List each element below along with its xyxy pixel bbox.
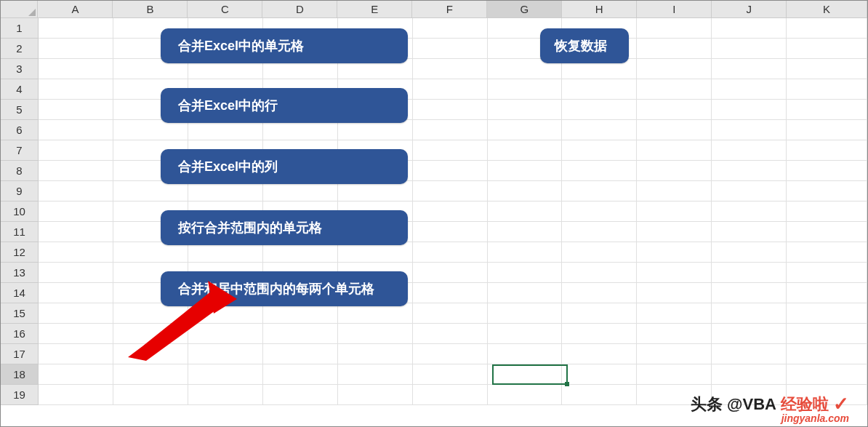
cell-F6[interactable]: [413, 120, 488, 140]
cell-B18[interactable]: [113, 364, 188, 385]
cell-J4[interactable]: [712, 79, 787, 100]
cell-J14[interactable]: [712, 283, 787, 303]
cell-G18[interactable]: [488, 364, 563, 385]
cell-H13[interactable]: [562, 263, 637, 283]
row-header-14[interactable]: 14: [1, 283, 39, 303]
cell-B17[interactable]: [113, 344, 188, 364]
cell-A16[interactable]: [39, 324, 113, 344]
row-header-17[interactable]: 17: [1, 344, 39, 364]
cell-I9[interactable]: [637, 181, 712, 201]
cell-H14[interactable]: [562, 283, 637, 303]
row-header-11[interactable]: 11: [1, 222, 39, 242]
cell-K17[interactable]: [787, 344, 867, 364]
cell-H5[interactable]: [562, 100, 637, 120]
cell-E12[interactable]: [338, 242, 413, 263]
cell-B12[interactable]: [113, 242, 188, 263]
cell-I11[interactable]: [637, 222, 712, 242]
row-header-12[interactable]: 12: [1, 242, 39, 263]
cell-E19[interactable]: [338, 385, 413, 405]
cell-F7[interactable]: [413, 140, 488, 161]
cell-G8[interactable]: [488, 161, 563, 181]
col-header-J[interactable]: J: [712, 1, 787, 18]
cell-A17[interactable]: [39, 344, 113, 364]
cell-E17[interactable]: [338, 344, 413, 364]
cell-J6[interactable]: [712, 120, 787, 140]
row-header-18[interactable]: 18: [1, 364, 39, 385]
cell-I17[interactable]: [637, 344, 712, 364]
cell-J17[interactable]: [712, 344, 787, 364]
cell-E16[interactable]: [338, 324, 413, 344]
cell-A19[interactable]: [39, 385, 113, 405]
cell-I16[interactable]: [637, 324, 712, 344]
cell-F9[interactable]: [413, 181, 488, 201]
cell-K7[interactable]: [787, 140, 867, 161]
cell-I6[interactable]: [637, 120, 712, 140]
cell-H9[interactable]: [562, 181, 637, 201]
row-header-15[interactable]: 15: [1, 303, 39, 324]
restore-data-button[interactable]: 恢复数据: [540, 28, 629, 63]
cell-J3[interactable]: [712, 59, 787, 79]
cell-I5[interactable]: [637, 100, 712, 120]
merge-cols-button[interactable]: 合并Excel中的列: [161, 149, 408, 184]
cell-J5[interactable]: [712, 100, 787, 120]
cell-G17[interactable]: [488, 344, 563, 364]
cell-D6[interactable]: [263, 120, 338, 140]
cell-C9[interactable]: [188, 181, 263, 201]
cell-H11[interactable]: [562, 222, 637, 242]
cell-I2[interactable]: [637, 39, 712, 59]
col-header-H[interactable]: H: [562, 1, 637, 18]
cell-E15[interactable]: [338, 303, 413, 324]
merge-rows-button[interactable]: 合并Excel中的行: [161, 88, 408, 123]
cell-B16[interactable]: [113, 324, 188, 344]
cell-A2[interactable]: [39, 39, 113, 59]
cell-D18[interactable]: [263, 364, 338, 385]
cell-I10[interactable]: [637, 201, 712, 222]
cell-H16[interactable]: [562, 324, 637, 344]
cell-F15[interactable]: [413, 303, 488, 324]
cell-K11[interactable]: [787, 222, 867, 242]
cell-H15[interactable]: [562, 303, 637, 324]
cell-A9[interactable]: [39, 181, 113, 201]
cell-C19[interactable]: [188, 385, 263, 405]
cell-F10[interactable]: [413, 201, 488, 222]
row-header-2[interactable]: 2: [1, 39, 39, 59]
cell-C6[interactable]: [188, 120, 263, 140]
col-header-C[interactable]: C: [188, 1, 262, 18]
cell-D17[interactable]: [263, 344, 338, 364]
cell-K12[interactable]: [787, 242, 867, 263]
cell-G11[interactable]: [488, 222, 563, 242]
cell-D12[interactable]: [263, 242, 338, 263]
cell-F18[interactable]: [413, 364, 488, 385]
merge-range-by-row-button[interactable]: 按行合并范围内的单元格: [161, 210, 408, 245]
cell-J11[interactable]: [712, 222, 787, 242]
cell-A12[interactable]: [39, 242, 113, 263]
cell-I4[interactable]: [637, 79, 712, 100]
cell-H4[interactable]: [562, 79, 637, 100]
cell-J12[interactable]: [712, 242, 787, 263]
cell-D15[interactable]: [263, 303, 338, 324]
col-header-I[interactable]: I: [637, 1, 712, 18]
cell-F14[interactable]: [413, 283, 488, 303]
cell-F5[interactable]: [413, 100, 488, 120]
cell-A18[interactable]: [39, 364, 113, 385]
cell-H8[interactable]: [562, 161, 637, 181]
cell-J10[interactable]: [712, 201, 787, 222]
cell-G7[interactable]: [488, 140, 563, 161]
row-header-7[interactable]: 7: [1, 140, 39, 161]
row-header-9[interactable]: 9: [1, 181, 39, 201]
row-header-13[interactable]: 13: [1, 263, 39, 283]
cell-J2[interactable]: [712, 39, 787, 59]
col-header-D[interactable]: D: [262, 1, 337, 18]
cell-H17[interactable]: [562, 344, 637, 364]
cell-J15[interactable]: [712, 303, 787, 324]
cell-J16[interactable]: [712, 324, 787, 344]
cell-I14[interactable]: [637, 283, 712, 303]
cell-A6[interactable]: [39, 120, 113, 140]
cell-K1[interactable]: [787, 18, 867, 39]
cell-K4[interactable]: [787, 79, 867, 100]
cell-K6[interactable]: [787, 120, 867, 140]
merge-center-pairs-button[interactable]: 合并和居中范围内的每两个单元格: [161, 271, 408, 306]
cell-G9[interactable]: [488, 181, 563, 201]
cell-A15[interactable]: [39, 303, 113, 324]
row-header-5[interactable]: 5: [1, 100, 39, 120]
